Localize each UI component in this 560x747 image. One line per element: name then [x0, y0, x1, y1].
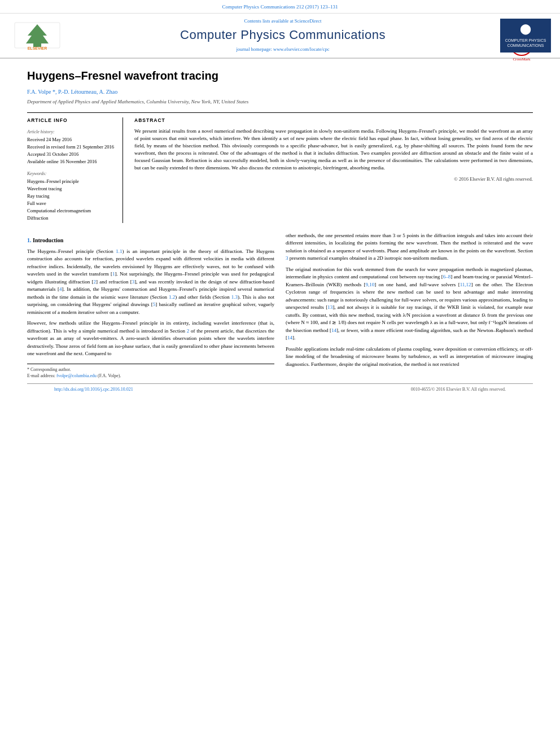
section1-para2: However, few methods utilize the Huygens…: [27, 320, 274, 358]
contents-text: Contents lists available at: [244, 18, 294, 24]
keyword-2: Ray tracing: [27, 193, 116, 199]
right-para3: Possible applications include real-time …: [286, 346, 533, 369]
keywords-heading: Keywords:: [27, 171, 116, 177]
abstract-text: We present initial results from a novel …: [134, 128, 533, 172]
paper-container: ✓ CrossMark Huygens–Fresnel wavefront tr…: [0, 59, 560, 406]
paper-title: Huygens–Fresnel wavefront tracing: [27, 68, 533, 84]
cpc-logo-line1: COMPUTER PHYSICS: [505, 38, 546, 43]
section1-title: 1. Introduction: [27, 237, 274, 244]
copyright-line: © 2016 Elsevier B.V. All rights reserved…: [134, 176, 533, 183]
doi-link[interactable]: http://dx.doi.org/10.1016/j.cpc.2016.10.…: [54, 386, 133, 392]
footnote-email: E-mail address: fvolpe@columbia.edu (F.A…: [27, 373, 274, 379]
journal-header: ELSEVIER Contents lists available at Sci…: [0, 14, 560, 59]
svg-text:ELSEVIER: ELSEVIER: [28, 46, 47, 50]
authors-line: F.A. Volpe *, P.-D. Létourneau, A. Zhao: [27, 88, 533, 96]
keyword-4: Computational electromagnetism: [27, 208, 116, 214]
footnote-section: * Corresponding author. E-mail address: …: [27, 364, 274, 379]
crossmark-label: CrossMark: [513, 57, 530, 63]
keyword-1: Wavefront tracing: [27, 186, 116, 192]
svg-marker-1: [26, 24, 49, 47]
sciencedirect-link[interactable]: ScienceDirect: [295, 18, 322, 24]
article-history-label: Article history:: [27, 129, 116, 135]
homepage-label: journal homepage:: [236, 46, 272, 52]
journal-homepage: journal homepage: www.elsevier.com/locat…: [77, 46, 489, 53]
homepage-url[interactable]: www.elsevier.com/locate/cpc: [273, 46, 330, 52]
left-body-column: 1. Introduction The Huygens–Fresnel prin…: [27, 232, 274, 379]
article-info-abstract-section: ARTICLE INFO Article history: Received 2…: [27, 112, 533, 223]
section1-number: 1.: [27, 237, 32, 243]
received-revised-date: Received in revised form 21 September 20…: [27, 144, 116, 150]
elsevier-logo: ELSEVIER: [9, 19, 65, 53]
abstract-column: ABSTRACT We present initial results from…: [134, 117, 533, 223]
section1-name: Introduction: [33, 237, 63, 243]
email-link[interactable]: fvolpe@columbia.edu: [56, 373, 97, 378]
footnote-star-text: * Corresponding author.: [27, 367, 71, 372]
keywords-section: Keywords: Huygens–Fresnel principle Wave…: [27, 171, 116, 221]
received-date: Received 24 May 2016: [27, 137, 116, 143]
banner-text: Computer Physics Communications 212 (201…: [222, 4, 338, 10]
bottom-bar: http://dx.doi.org/10.1016/j.cpc.2016.10.…: [27, 383, 533, 395]
article-info-heading: ARTICLE INFO: [27, 117, 116, 124]
section1-para1: The Huygens–Fresnel principle (Section 1…: [27, 248, 274, 317]
journal-banner: Computer Physics Communications 212 (201…: [0, 0, 560, 14]
article-info-column: ARTICLE INFO Article history: Received 2…: [27, 117, 123, 223]
accepted-date: Accepted 31 October 2016: [27, 151, 116, 158]
keyword-3: Full wave: [27, 200, 116, 207]
affiliation-line: Department of Applied Physics and Applie…: [27, 98, 533, 106]
footnote-star: * Corresponding author.: [27, 366, 274, 373]
abstract-heading: ABSTRACT: [134, 117, 533, 124]
issn-text: 0010-4655/© 2016 Elsevier B.V. All right…: [411, 386, 506, 392]
journal-title: Computer Physics Communications: [77, 27, 489, 44]
contents-available-line: Contents lists available at ScienceDirec…: [77, 18, 489, 25]
email-label: E-mail address:: [27, 373, 55, 378]
keyword-0: Huygens–Fresnel principle: [27, 178, 116, 185]
right-para2: The original motivation for this work st…: [286, 266, 533, 342]
cpc-logo: ⬤ COMPUTER PHYSICS COMMUNICATIONS: [500, 19, 551, 53]
available-date: Available online 16 November 2016: [27, 159, 116, 165]
email-suffix: (F.A. Volpe).: [98, 373, 121, 378]
main-body-content: 1. Introduction The Huygens–Fresnel prin…: [27, 232, 533, 379]
journal-center: Contents lists available at ScienceDirec…: [65, 18, 500, 54]
cpc-logo-icon: ⬤: [520, 22, 531, 36]
cpc-logo-line2: COMMUNICATIONS: [508, 43, 544, 49]
right-para1: other methods, the one presented retains…: [286, 232, 533, 263]
right-body-column: other methods, the one presented retains…: [286, 232, 533, 379]
keyword-5: Diffraction: [27, 215, 116, 221]
